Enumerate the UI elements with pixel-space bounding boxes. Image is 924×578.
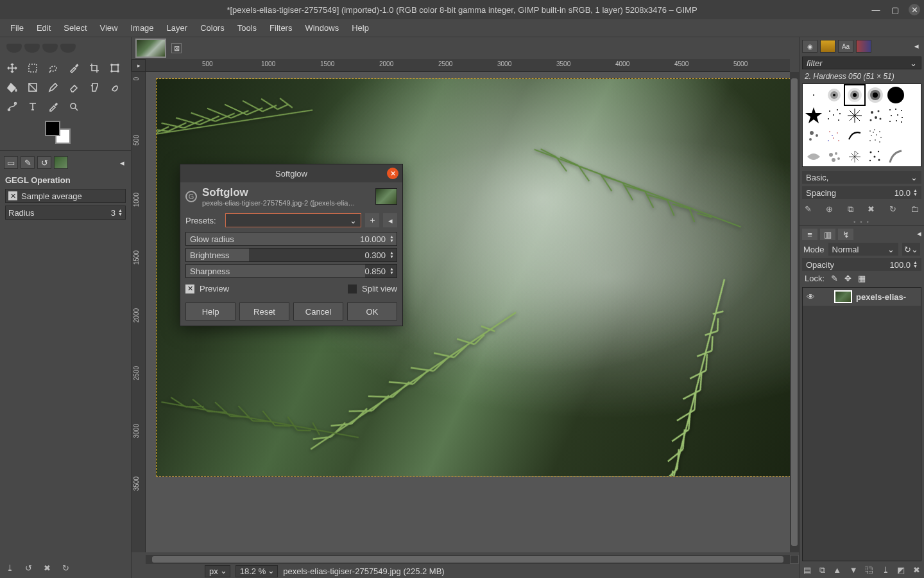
window-minimize-button[interactable]: — xyxy=(870,4,882,15)
tool-pencil[interactable] xyxy=(45,80,62,95)
scrollbar-vertical[interactable] xyxy=(790,72,799,552)
color-swatches[interactable] xyxy=(45,121,71,144)
merge-down-icon[interactable]: ⤓ xyxy=(882,565,889,575)
radius-option[interactable]: Radius 3 ▲▼ xyxy=(5,206,126,220)
navigation-button[interactable] xyxy=(790,555,799,564)
brightness-down[interactable]: ▼ xyxy=(389,255,394,259)
cancel-button[interactable]: Cancel xyxy=(293,302,343,320)
scrollbar-horizontal[interactable] xyxy=(146,555,790,564)
delete-layer-icon[interactable]: ✖ xyxy=(913,565,920,575)
lower-layer-icon[interactable]: ▼ xyxy=(850,565,858,575)
right-dock-menu-arrow[interactable]: ◂ xyxy=(912,40,921,53)
tool-free-select[interactable] xyxy=(45,60,62,76)
foreground-color-swatch[interactable] xyxy=(45,121,60,136)
dialog-preview-thumb[interactable] xyxy=(375,188,397,205)
tool-color-picker[interactable] xyxy=(45,99,62,114)
menu-tools[interactable]: Tools xyxy=(232,21,262,35)
layers-tab[interactable]: ≡ xyxy=(802,229,817,240)
menu-layer[interactable]: Layer xyxy=(162,21,193,35)
tool-unified-transform[interactable] xyxy=(107,60,123,76)
layer-visibility-icon[interactable]: 👁 xyxy=(807,292,815,302)
new-brush-icon[interactable]: ⊕ xyxy=(826,204,833,215)
device-status-tab[interactable]: ✎ xyxy=(21,156,35,169)
window-maximize-button[interactable]: ▢ xyxy=(889,4,901,15)
mode-reset-button[interactable]: ↻⌄ xyxy=(902,243,920,256)
dock-menu-arrow[interactable]: ◂ xyxy=(117,158,127,168)
menu-windows[interactable]: Windows xyxy=(300,21,344,35)
delete-tool-preset-icon[interactable]: ✖ xyxy=(44,563,51,573)
brush-preset-group-select[interactable]: Basic, ⌄ xyxy=(802,171,921,184)
ruler-origin[interactable]: ▸ xyxy=(132,59,146,72)
menu-select[interactable]: Select xyxy=(58,21,92,35)
document-tab-thumb[interactable] xyxy=(135,39,166,58)
menu-colors[interactable]: Colors xyxy=(195,21,230,35)
radius-down[interactable]: ▼ xyxy=(118,213,123,216)
glow-radius-down[interactable]: ▼ xyxy=(389,239,394,243)
brush-filter-input[interactable]: filter ⌄ xyxy=(802,57,921,69)
paths-tab[interactable]: ↯ xyxy=(838,229,853,240)
ruler-vertical[interactable]: 0 500 1000 1500 2000 2500 3000 3500 xyxy=(132,72,146,552)
sample-average-option[interactable]: ✕ Sample average xyxy=(5,189,126,203)
opacity-down[interactable]: ▼ xyxy=(913,265,918,268)
fonts-tab[interactable]: Aa xyxy=(838,40,853,53)
status-unit-select[interactable]: px xyxy=(205,565,230,577)
undo-history-tab[interactable]: ↺ xyxy=(37,156,51,169)
opacity-slider[interactable]: Opacity 100.0 ▲▼ xyxy=(802,258,921,271)
brushes-tab[interactable]: ◉ xyxy=(802,40,817,53)
menu-filters[interactable]: Filters xyxy=(264,21,297,35)
dialog-close-button[interactable]: ✕ xyxy=(387,168,398,179)
mask-layer-icon[interactable]: ◩ xyxy=(897,565,905,575)
tool-clone[interactable] xyxy=(86,80,103,95)
channels-tab[interactable]: ▥ xyxy=(820,229,835,240)
tool-gradient[interactable] xyxy=(24,80,41,95)
window-close-button[interactable]: ✕ xyxy=(909,4,920,15)
tool-crop[interactable] xyxy=(86,60,103,76)
brush-spacing-field[interactable]: Spacing 10.0 ▲▼ xyxy=(802,186,921,199)
menu-view[interactable]: View xyxy=(95,21,123,35)
sample-average-checkbox[interactable]: ✕ xyxy=(8,191,17,200)
patterns-tab[interactable] xyxy=(820,40,835,53)
help-button[interactable]: Help xyxy=(185,302,235,320)
tool-smudge[interactable] xyxy=(107,80,123,95)
lock-alpha-icon[interactable]: ▦ xyxy=(858,274,866,283)
reset-tool-preset-icon[interactable]: ↻ xyxy=(62,563,69,573)
preset-add-button[interactable]: ＋ xyxy=(365,213,379,227)
brightness-slider[interactable]: Brightness 0.300 ▲▼ xyxy=(185,248,397,262)
ok-button[interactable]: OK xyxy=(347,302,397,320)
preview-checkbox[interactable]: ✕ xyxy=(185,285,194,293)
layer-name[interactable]: pexels-elias- xyxy=(856,292,906,302)
edit-brush-icon[interactable]: ✎ xyxy=(805,204,812,215)
open-brush-folder-icon[interactable]: 🗀 xyxy=(911,204,919,215)
preset-menu-button[interactable]: ◂ xyxy=(383,213,397,227)
tool-path[interactable] xyxy=(4,99,21,114)
tool-zoom[interactable] xyxy=(65,99,82,114)
layers-dock-menu-arrow[interactable]: ◂ xyxy=(917,229,921,240)
raise-layer-icon[interactable]: ▲ xyxy=(833,565,841,575)
refresh-brush-icon[interactable]: ↻ xyxy=(889,204,896,215)
tool-text[interactable] xyxy=(24,99,41,114)
duplicate-layer-icon[interactable]: ⿻ xyxy=(866,565,874,575)
sharpness-slider[interactable]: Sharpness 0.850 ▲▼ xyxy=(185,264,397,278)
status-zoom-select[interactable]: 18.2 % xyxy=(235,565,278,577)
tool-rect-select[interactable] xyxy=(24,60,41,76)
tool-bucket-fill[interactable] xyxy=(4,80,21,95)
lock-pixels-icon[interactable]: ✎ xyxy=(831,274,838,283)
tool-options-tab[interactable]: ▭ xyxy=(4,156,18,169)
reset-button[interactable]: Reset xyxy=(239,302,289,320)
presets-combo[interactable]: ⌄ xyxy=(225,213,361,227)
new-layer-group-icon[interactable]: ⧉ xyxy=(819,565,825,575)
lock-position-icon[interactable]: ✥ xyxy=(844,274,851,283)
menu-edit[interactable]: Edit xyxy=(31,21,56,35)
duplicate-brush-icon[interactable]: ⧉ xyxy=(848,204,853,215)
sharpness-down[interactable]: ▼ xyxy=(389,271,394,275)
tool-fuzzy-select[interactable] xyxy=(65,60,82,76)
menu-image[interactable]: Image xyxy=(125,21,158,35)
tool-eraser[interactable] xyxy=(65,80,82,95)
spacing-down[interactable]: ▼ xyxy=(913,193,918,197)
split-view-checkbox[interactable] xyxy=(348,285,357,293)
save-tool-preset-icon[interactable]: ⤓ xyxy=(6,563,13,573)
restore-tool-preset-icon[interactable]: ↺ xyxy=(25,563,32,573)
delete-brush-icon[interactable]: ✖ xyxy=(868,204,875,215)
ruler-horizontal[interactable]: 500 1000 1500 2000 2500 3000 3500 4000 4… xyxy=(146,59,790,72)
tool-move[interactable] xyxy=(4,60,21,76)
